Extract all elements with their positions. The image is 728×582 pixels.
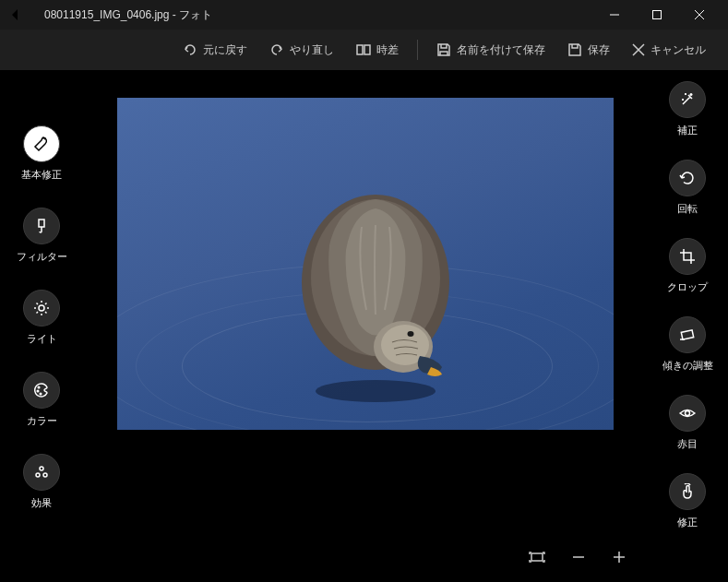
svg-rect-2 <box>364 45 370 54</box>
fit-screen-button[interactable] <box>529 549 545 565</box>
wrench-icon <box>23 125 60 162</box>
bottom-bar <box>0 543 645 571</box>
basic-fix-button[interactable]: 基本修正 <box>21 125 62 182</box>
basic-fix-label: 基本修正 <box>21 168 62 182</box>
main-area: 基本修正 フィルター ライト カラー 効果 <box>0 70 728 582</box>
rotate-button[interactable]: 回転 <box>669 160 706 216</box>
effects-icon <box>23 454 60 491</box>
svg-point-8 <box>40 467 43 470</box>
svg-point-9 <box>36 473 40 477</box>
save-label: 保存 <box>588 42 610 58</box>
touch-icon <box>669 473 706 510</box>
rotate-label: 回転 <box>677 202 698 216</box>
cancel-button[interactable]: キャンセル <box>623 37 715 64</box>
svg-point-10 <box>43 473 47 477</box>
svg-rect-19 <box>531 553 543 561</box>
redeye-label: 赤目 <box>677 437 698 451</box>
svg-rect-1 <box>357 45 363 54</box>
title-bar: 08011915_IMG_0406.jpg - フォト <box>0 0 728 30</box>
light-button[interactable]: ライト <box>23 290 60 346</box>
sun-icon <box>23 290 60 327</box>
left-rail: 基本修正 フィルター ライト カラー 効果 <box>0 70 83 582</box>
save-as-label: 名前を付けて保存 <box>457 42 545 58</box>
minimize-button[interactable] <box>593 0 636 30</box>
svg-rect-3 <box>39 220 44 227</box>
light-label: ライト <box>27 332 57 346</box>
effect-button[interactable]: 効果 <box>23 454 60 510</box>
right-rail: 補正 回転 クロップ 傾きの調整 赤目 修正 <box>647 70 728 582</box>
straighten-icon <box>669 316 706 353</box>
undo-label: 元に戻す <box>203 42 247 58</box>
color-button[interactable]: カラー <box>23 372 60 428</box>
compare-label: 時差 <box>376 42 399 58</box>
toolbar: 元に戻す やり直し 時差 名前を付けて保存 保存 キャンセル <box>0 30 728 70</box>
compare-button[interactable]: 時差 <box>347 37 408 64</box>
redo-button[interactable]: やり直し <box>260 37 343 64</box>
save-button[interactable]: 保存 <box>558 37 619 64</box>
svg-point-6 <box>37 390 39 392</box>
maximize-button[interactable] <box>636 0 678 30</box>
close-button[interactable] <box>678 0 721 30</box>
svg-rect-0 <box>653 11 662 19</box>
svg-rect-17 <box>681 330 693 339</box>
crop-button[interactable]: クロップ <box>667 238 708 294</box>
svg-point-18 <box>686 411 690 416</box>
eye-icon <box>669 395 706 432</box>
photo-subject <box>283 162 477 402</box>
zoom-out-button[interactable] <box>571 550 586 564</box>
wand-icon <box>669 81 706 118</box>
brush-icon <box>23 208 60 244</box>
palette-icon <box>23 372 60 409</box>
window-title: 08011915_IMG_0406.jpg - フォト <box>44 7 593 23</box>
appname-text: フォト <box>179 8 212 21</box>
filter-button[interactable]: フィルター <box>17 208 67 264</box>
undo-button[interactable]: 元に戻す <box>173 37 257 64</box>
redeye-button[interactable]: 赤目 <box>669 395 706 451</box>
toolbar-divider <box>417 40 418 60</box>
enhance-button[interactable]: 補正 <box>669 81 706 137</box>
canvas-area <box>83 70 647 582</box>
redo-label: やり直し <box>290 42 334 58</box>
retouch-button[interactable]: 修正 <box>669 473 706 529</box>
svg-point-7 <box>40 393 42 395</box>
cancel-label: キャンセル <box>650 42 706 58</box>
crop-icon <box>669 238 706 275</box>
back-button[interactable] <box>7 4 30 26</box>
zoom-in-button[interactable] <box>612 550 627 564</box>
straighten-button[interactable]: 傾きの調整 <box>662 316 713 373</box>
photo-preview[interactable] <box>117 98 614 430</box>
color-label: カラー <box>27 414 57 428</box>
svg-point-16 <box>316 380 436 402</box>
save-as-button[interactable]: 名前を付けて保存 <box>427 37 555 64</box>
svg-point-5 <box>38 386 40 388</box>
filter-label: フィルター <box>17 250 67 264</box>
retouch-label: 修正 <box>677 516 698 529</box>
svg-point-4 <box>39 305 44 311</box>
filename-text: 08011915_IMG_0406.jpg <box>44 8 169 21</box>
svg-point-15 <box>407 331 413 337</box>
effect-label: 効果 <box>31 496 52 510</box>
straighten-label: 傾きの調整 <box>662 359 713 373</box>
rotate-icon <box>669 160 706 196</box>
enhance-label: 補正 <box>677 124 698 137</box>
crop-label: クロップ <box>667 280 708 294</box>
window-controls <box>593 0 721 30</box>
